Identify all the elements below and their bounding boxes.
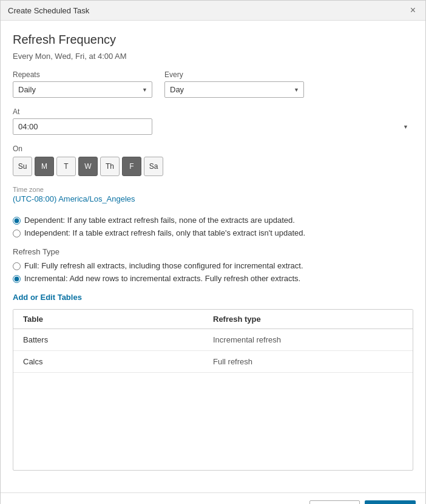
day-t[interactable]: T — [56, 157, 76, 176]
close-button[interactable]: × — [408, 5, 418, 15]
every-group: Every Day 2 Days 3 Days Weekday — [164, 70, 304, 98]
day-th[interactable]: Th — [100, 157, 120, 176]
table-row: Calcs Full refresh — [13, 351, 413, 373]
radio-incremental[interactable] — [13, 275, 21, 283]
day-f[interactable]: F — [122, 157, 141, 176]
radio-item-incremental: Incremental: Add new rows to incremental… — [13, 274, 413, 283]
radio-dependent-label[interactable]: Dependent: If any table extract refresh … — [24, 216, 295, 225]
refresh-type-label: Refresh Type — [13, 247, 413, 256]
radio-full-label[interactable]: Full: Fully refresh all extracts, includ… — [24, 261, 303, 270]
every-select[interactable]: Day 2 Days 3 Days Weekday — [164, 81, 304, 98]
radio-incremental-label[interactable]: Incremental: Add new rows to incremental… — [24, 274, 300, 283]
cancel-button[interactable]: Cancel — [309, 500, 359, 504]
table-cell-batters-type: Incremental refresh — [213, 335, 403, 344]
modal-container: Create Scheduled Task × Refresh Frequenc… — [0, 0, 426, 504]
table-cell-batters-name: Batters — [23, 335, 213, 344]
at-label: At — [13, 107, 413, 116]
add-tables-link[interactable]: Add or Edit Tables — [13, 293, 82, 302]
day-su[interactable]: Su — [13, 157, 32, 176]
dependency-radio-group: Dependent: If any table extract refresh … — [13, 216, 413, 237]
modal-title: Create Scheduled Task — [8, 6, 89, 15]
repeats-select[interactable]: Daily Weekly Monthly — [13, 81, 152, 98]
table-cell-calcs-name: Calcs — [23, 357, 213, 366]
radio-item-full: Full: Fully refresh all extracts, includ… — [13, 261, 413, 270]
days-buttons: Su M T W Th F Sa — [13, 157, 413, 176]
repeats-label: Repeats — [13, 70, 152, 79]
frequency-subtitle: Every Mon, Wed, Fri, at 4:00 AM — [13, 52, 413, 61]
every-select-wrapper: Day 2 Days 3 Days Weekday — [164, 81, 304, 98]
at-group: At 04:00 05:00 06:00 07:00 08:00 — [13, 107, 413, 135]
at-select-wrapper: 04:00 05:00 06:00 07:00 08:00 — [13, 118, 413, 135]
refresh-type-radio-group: Full: Fully refresh all extracts, includ… — [13, 261, 413, 283]
radio-item-dependent: Dependent: If any table extract refresh … — [13, 216, 413, 225]
timezone-link[interactable]: (UTC-08:00) America/Los_Angeles — [13, 194, 135, 203]
modal-body: Refresh Frequency Every Mon, Wed, Fri, a… — [1, 21, 425, 492]
apply-button[interactable]: Apply — [365, 500, 416, 504]
modal-footer: Cancel Apply — [1, 492, 425, 504]
radio-dependent[interactable] — [13, 217, 21, 225]
timezone-label: Time zone — [13, 186, 413, 193]
day-w[interactable]: W — [78, 157, 98, 176]
section-title: Refresh Frequency — [13, 33, 413, 47]
on-label: On — [13, 145, 413, 153]
table-header-row: Table Refresh type — [13, 310, 413, 329]
radio-independent-label[interactable]: Independent: If a table extract refresh … — [24, 228, 305, 237]
radio-independent[interactable] — [13, 230, 21, 237]
repeats-every-row: Repeats Daily Weekly Monthly Every Day 2… — [13, 70, 413, 98]
tables-container: Table Refresh type Batters Incremental r… — [13, 309, 413, 471]
table-col-header-1: Table — [23, 315, 213, 324]
radio-full[interactable] — [13, 262, 21, 270]
every-label: Every — [164, 70, 304, 79]
table-col-header-2: Refresh type — [213, 315, 403, 324]
repeats-select-wrapper: Daily Weekly Monthly — [13, 81, 152, 98]
modal-header: Create Scheduled Task × — [1, 1, 425, 21]
day-m[interactable]: M — [35, 157, 54, 176]
repeats-group: Repeats Daily Weekly Monthly — [13, 70, 152, 98]
table-cell-calcs-type: Full refresh — [213, 357, 403, 366]
timezone-section: Time zone (UTC-08:00) America/Los_Angele… — [13, 186, 413, 203]
radio-item-independent: Independent: If a table extract refresh … — [13, 228, 413, 237]
day-sa[interactable]: Sa — [144, 157, 163, 176]
at-row: At 04:00 05:00 06:00 07:00 08:00 — [13, 107, 413, 135]
at-select[interactable]: 04:00 05:00 06:00 07:00 08:00 — [13, 118, 152, 135]
table-empty-space — [13, 373, 413, 470]
table-row: Batters Incremental refresh — [13, 329, 413, 351]
on-row: On Su M T W Th F Sa — [13, 145, 413, 176]
